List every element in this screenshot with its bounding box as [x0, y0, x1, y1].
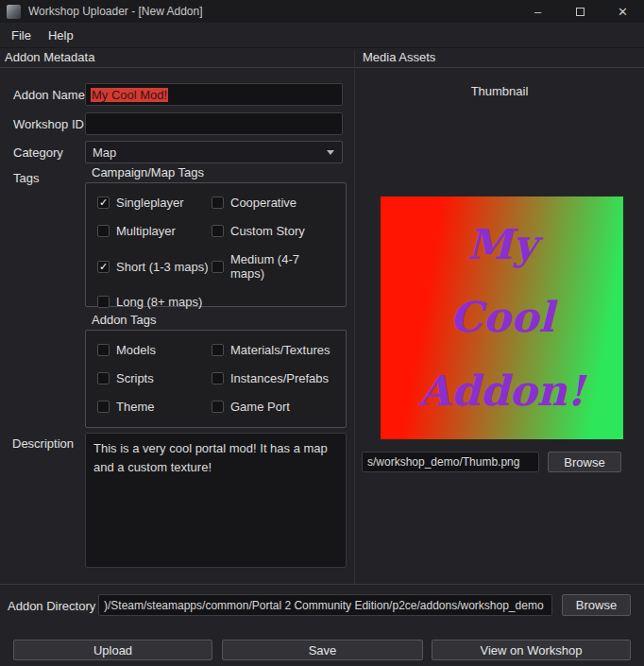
campaign-tags-title: Campaign/Map Tags: [92, 165, 204, 179]
app-icon: [7, 5, 21, 19]
checkbox-unchecked-icon: [212, 401, 224, 413]
addon-name-input[interactable]: My Cool Mod!: [85, 83, 343, 106]
workshop-id-label: Workshop ID: [13, 117, 84, 131]
workshop-uploader-window: Workshop Uploader - [New Addon] – ✕ File…: [0, 0, 644, 666]
section-title-addon-metadata: Addon Metadata: [0, 50, 355, 68]
checkbox-unchecked-icon: [97, 401, 110, 413]
checkbox-label: Scripts: [116, 371, 154, 385]
checkbox-label: Theme: [116, 400, 154, 414]
addon-directory-label: Addon Directory: [8, 599, 95, 613]
checkbox-label: Singleplayer: [116, 196, 184, 210]
checkbox-materials-textures[interactable]: Materials/Textures: [212, 343, 334, 357]
thumbnail-label: Thumbnail: [355, 84, 644, 98]
directory-browse-button[interactable]: Browse: [562, 594, 631, 616]
thumbnail-text-line1: My: [466, 224, 536, 265]
checkbox-game-port[interactable]: Game Port: [212, 400, 334, 414]
checkbox-checked-icon: ✓: [97, 196, 110, 209]
view-on-workshop-button[interactable]: View on Workshop: [432, 640, 631, 660]
checkbox-medium-4-7-maps[interactable]: Medium (4-7 maps): [212, 252, 334, 281]
checkbox-label: Game Port: [230, 400, 290, 414]
vertical-separator: [354, 50, 355, 584]
checkbox-long-8-maps[interactable]: Long (8+ maps): [97, 295, 212, 309]
checkbox-singleplayer[interactable]: ✓Singleplayer: [97, 196, 212, 210]
thumbnail-text-line2: Cool: [449, 297, 553, 338]
checkbox-instances-prefabs[interactable]: Instances/Prefabs: [212, 371, 334, 385]
window-title: Workshop Uploader - [New Addon]: [28, 5, 203, 18]
menu-file[interactable]: File: [3, 26, 40, 45]
maximize-icon: [576, 8, 585, 16]
category-value: Map: [93, 145, 116, 160]
checkbox-unchecked-icon: [212, 372, 224, 384]
close-button[interactable]: ✕: [602, 0, 644, 23]
addon-directory-input[interactable]: )/Steam/steamapps/common/Portal 2 Commun…: [98, 594, 552, 616]
addon-name-label: Addon Name: [13, 88, 85, 102]
chevron-down-icon: [327, 150, 334, 155]
checkbox-label: Long (8+ maps): [116, 295, 202, 309]
minimize-button[interactable]: –: [517, 0, 559, 23]
checkbox-label: Custom Story: [230, 224, 305, 238]
addon-tags-group: ModelsMaterials/TexturesScriptsInstances…: [85, 330, 347, 428]
horizontal-separator: [0, 584, 644, 585]
checkbox-cooperative[interactable]: Cooperative: [212, 196, 334, 210]
campaign-tags-group: ✓SingleplayerCooperativeMultiplayerCusto…: [85, 182, 347, 307]
close-icon: ✕: [618, 5, 628, 19]
thumbnail-browse-button[interactable]: Browse: [548, 452, 621, 472]
save-button[interactable]: Save: [222, 640, 423, 660]
thumbnail-path-input[interactable]: s/workshop_demo/Thumb.png: [362, 452, 539, 472]
checkbox-scripts[interactable]: Scripts: [97, 371, 212, 385]
checkbox-unchecked-icon: [212, 261, 224, 273]
checkbox-label: Short (1-3 maps): [116, 260, 209, 274]
section-title-media-assets: Media Assets: [355, 50, 644, 68]
checkbox-multiplayer[interactable]: Multiplayer: [97, 224, 212, 238]
addon-name-value: My Cool Mod!: [91, 88, 168, 102]
tags-label: Tags: [13, 171, 39, 185]
checkbox-unchecked-icon: [97, 225, 110, 237]
checkbox-label: Materials/Textures: [230, 343, 330, 357]
checkbox-label: Instances/Prefabs: [230, 371, 329, 385]
menu-help[interactable]: Help: [40, 26, 82, 45]
checkbox-unchecked-icon: [97, 372, 110, 384]
thumbnail-image: My Cool Addon!: [381, 196, 623, 439]
thumbnail-text-line3: Addon!: [418, 370, 585, 412]
addon-directory-value: )/Steam/steamapps/common/Portal 2 Commun…: [104, 599, 544, 612]
description-label: Description: [12, 436, 74, 451]
description-value: This is a very cool portal mod! It has a…: [93, 441, 328, 474]
addon-tags-title: Addon Tags: [92, 313, 156, 327]
minimize-icon: –: [534, 5, 541, 19]
checkbox-label: Cooperative: [230, 196, 297, 210]
checkbox-unchecked-icon: [212, 225, 224, 237]
description-textarea[interactable]: This is a very cool portal mod! It has a…: [85, 433, 347, 568]
maximize-button[interactable]: [559, 0, 602, 23]
category-label: Category: [13, 145, 63, 160]
checkbox-label: Multiplayer: [116, 224, 176, 238]
addon-tags-grid: ModelsMaterials/TexturesScriptsInstances…: [86, 331, 346, 426]
upload-button[interactable]: Upload: [13, 640, 212, 660]
menubar: File Help: [0, 23, 644, 48]
window-controls: – ✕: [517, 0, 644, 23]
checkbox-label: Medium (4-7 maps): [230, 252, 334, 281]
checkbox-unchecked-icon: [212, 344, 224, 356]
workshop-id-input[interactable]: [85, 112, 343, 135]
checkbox-models[interactable]: Models: [97, 343, 212, 357]
titlebar: Workshop Uploader - [New Addon] – ✕: [0, 0, 644, 23]
category-dropdown[interactable]: Map: [85, 141, 343, 163]
checkbox-theme[interactable]: Theme: [97, 400, 212, 414]
campaign-tags-grid: ✓SingleplayerCooperativeMultiplayerCusto…: [86, 183, 346, 321]
checkbox-short-1-3-maps[interactable]: ✓Short (1-3 maps): [97, 252, 212, 281]
thumbnail-path-value: s/workshop_demo/Thumb.png: [367, 455, 519, 469]
checkbox-unchecked-icon: [212, 196, 224, 209]
checkbox-unchecked-icon: [97, 296, 110, 308]
checkbox-label: Models: [116, 343, 156, 357]
checkbox-checked-icon: ✓: [97, 261, 110, 273]
checkbox-custom-story[interactable]: Custom Story: [212, 224, 334, 238]
checkbox-unchecked-icon: [97, 344, 110, 356]
